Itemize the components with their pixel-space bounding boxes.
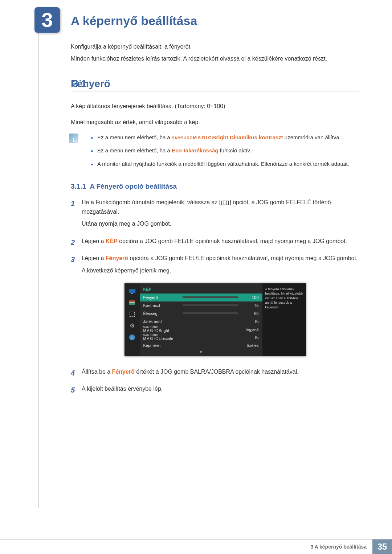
step-5: 5 A kijelölt beállítás érvénybe lép. [71, 384, 359, 394]
note-block: Ez a menü nem elérhető, ha a SAMSUNGMAGI… [71, 134, 359, 168]
intro-line-1: Konfigurálja a képernyő beállításait: a … [71, 42, 359, 52]
osd-sidebar: ⚙ i [124, 283, 140, 356]
osd-tab-resize-icon[interactable] [128, 311, 136, 317]
osd-tab-settings-icon[interactable]: ⚙ [128, 323, 136, 329]
osd-menu: ⚙ i KÉP Fényerő 100 Kontraszt 75 Élesség [124, 283, 306, 356]
subsection-heading: 3.1.1 A Fényerő opció beállítása [71, 182, 359, 190]
osd-row-jatekmod[interactable]: Játék mód Ki [140, 317, 262, 325]
osd-description: A fényerő szintjének beállítása. Minél k… [262, 283, 306, 356]
chapter-title: A képernyő beállítása [71, 14, 197, 28]
section-title: Fényerő [71, 78, 359, 91]
osd-row-magicbright[interactable]: SAMSUNGMAGICBright Egyedi [140, 325, 262, 333]
osd-scroll-down-icon[interactable]: ▼ [140, 349, 262, 356]
footer-page-number: 35 [372, 539, 392, 554]
body-range: A kép általános fényerejének beállítása.… [71, 102, 359, 111]
vertical-rule [38, 11, 38, 508]
step-2: 2 Lépjen a KÉP opcióra a JOG gomb FEL/LE… [71, 237, 359, 246]
chapter-number-badge: 3 [34, 7, 60, 33]
osd-row-magicupscale[interactable]: SAMSUNGMAGICUpscale Ki [140, 333, 262, 341]
note-item-3: A monitor által nyújtható funkciók a mod… [91, 160, 359, 168]
osd-row-kontraszt[interactable]: Kontraszt 75 [140, 301, 262, 309]
osd-row-elesseg[interactable]: Élesség 60 [140, 309, 262, 317]
step-4: 4 Állítsa be a Fényerő értékét a JOG gom… [71, 367, 359, 377]
note-icon [69, 134, 78, 143]
note-item-2: Ez a menü nem elérhető, ha a Eco-takarék… [91, 147, 359, 155]
osd-row-fenyero[interactable]: Fényerő 100 [140, 294, 262, 301]
section-number: 3.1 [73, 78, 87, 90]
osd-header: KÉP [140, 283, 262, 294]
osd-row-kepmeret[interactable]: Képméret Széles [140, 341, 262, 349]
osd-tab-picture-icon[interactable] [128, 288, 136, 294]
page-footer: 3 A képernyő beállítása 35 [0, 539, 392, 554]
menu-icon [221, 201, 229, 205]
osd-tab-color-icon[interactable] [128, 299, 136, 306]
step-1: 1 Ha a Funkciógomb útmutató megjelenik, … [71, 198, 359, 229]
note-item-1: Ez a menü nem elérhető, ha a SAMSUNGMAGI… [91, 134, 359, 142]
footer-chapter-label: 3 A képernyő beállítása [305, 539, 372, 554]
osd-tab-info-icon[interactable]: i [128, 334, 136, 341]
step-3: 3 Lépjen a Fényerő opcióra a JOG gomb FE… [71, 254, 359, 275]
intro-line-2: Minden funkcióhoz részletes leírás tarto… [71, 54, 359, 63]
body-explain: Minél magasabb az érték, annál világosab… [71, 118, 359, 127]
